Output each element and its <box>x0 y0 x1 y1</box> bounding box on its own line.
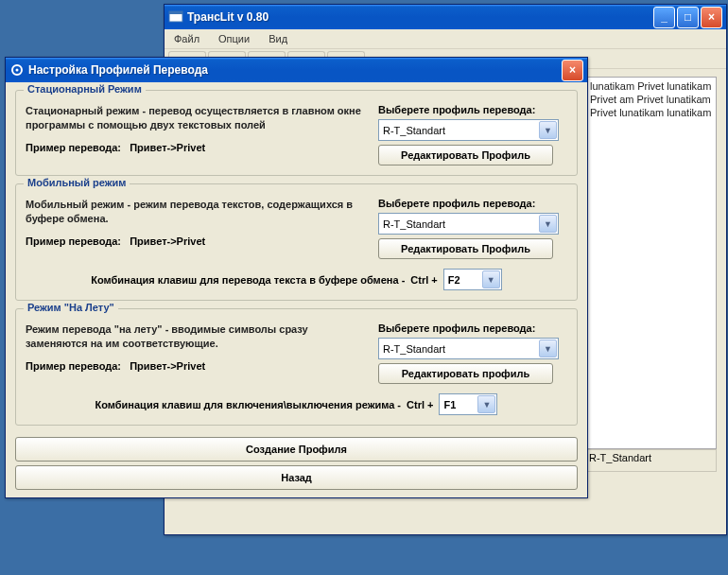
maximize-button[interactable]: □ <box>677 7 699 28</box>
mobile-hotkey-combo[interactable]: F2 ▼ <box>443 269 502 290</box>
create-profile-button[interactable]: Создание Профиля <box>15 437 578 462</box>
back-button[interactable]: Назад <box>15 465 578 490</box>
menu-view[interactable]: Вид <box>265 31 291 46</box>
example-label: Пример перевода: <box>26 360 121 372</box>
svg-rect-1 <box>169 11 182 14</box>
stationary-desc: Стационарный режим - перевод осуществляе… <box>26 104 361 132</box>
stationary-profile-combo[interactable]: R-T_Standart ▼ <box>378 119 559 141</box>
example-label: Пример перевода: <box>26 142 121 153</box>
menubar: Файл Опции Вид <box>165 29 726 49</box>
mobile-profile-combo[interactable]: R-T_Standart ▼ <box>378 213 559 235</box>
group-onthefly: Режим "На Лету" Режим перевода "на лету"… <box>15 308 578 426</box>
hotkey-prefix: Ctrl + <box>410 274 437 286</box>
dialog-title: Настройка Профилей Перевода <box>28 63 562 77</box>
onthefly-example: Пример перевода: Привет->Privet <box>26 360 361 372</box>
onthefly-edit-button[interactable]: Редактировать профиль <box>378 363 553 384</box>
group-mobile: Мобильный режим Мобильный режим - режим … <box>15 183 578 301</box>
combo-value: R-T_Standart <box>383 343 445 355</box>
hotkey-label: Комбинация клавиш для включения\выключен… <box>95 399 402 410</box>
menu-file[interactable]: Файл <box>170 31 203 46</box>
onthefly-profile-combo[interactable]: R-T_Standart ▼ <box>378 338 559 359</box>
main-title: ТрансLit v 0.80 <box>187 10 653 24</box>
menu-options[interactable]: Опции <box>215 31 253 46</box>
onthefly-hotkey-combo[interactable]: F1 ▼ <box>439 393 497 415</box>
hotkey-prefix: Ctrl + <box>407 399 433 410</box>
onthefly-select-label: Выберете профиль перевода: <box>378 322 567 334</box>
stationary-select-label: Выберете профиль перевода: <box>378 104 567 115</box>
dialog-close-button[interactable]: × <box>562 60 583 81</box>
svg-point-3 <box>16 69 19 72</box>
status-profile: R-T_Standart <box>584 449 717 472</box>
chevron-down-icon: ▼ <box>482 270 500 288</box>
output-textarea[interactable]: lunatikam Privet lunatikam Privet am Pri… <box>586 77 717 449</box>
mobile-desc: Мобильный режим - режим перевода текстов… <box>26 198 361 226</box>
chevron-down-icon: ▼ <box>539 215 557 233</box>
settings-dialog: Настройка Профилей Перевода × Стационарн… <box>5 57 588 498</box>
combo-value: F2 <box>448 274 460 286</box>
combo-value: F1 <box>443 399 456 410</box>
example-value: Привет->Privet <box>130 142 205 153</box>
close-button[interactable]: × <box>701 7 722 28</box>
app-icon <box>168 9 183 25</box>
example-value: Привет->Privet <box>130 235 205 247</box>
chevron-down-icon: ▼ <box>477 395 495 413</box>
hotkey-label: Комбинация клавиш для перевода текста в … <box>91 274 405 286</box>
minimize-button[interactable]: _ <box>653 7 675 28</box>
mobile-edit-button[interactable]: Редактировать Профиль <box>378 238 553 259</box>
main-titlebar: ТрансLit v 0.80 _ □ × <box>165 5 726 29</box>
gear-icon <box>9 62 25 78</box>
mobile-hotkey-row: Комбинация клавиш для перевода текста в … <box>26 269 567 290</box>
combo-value: R-T_Standart <box>383 218 445 230</box>
dialog-titlebar: Настройка Профилей Перевода × <box>6 58 587 82</box>
combo-value: R-T_Standart <box>383 125 445 136</box>
mobile-example: Пример перевода: Привет->Privet <box>26 235 361 247</box>
onthefly-desc: Режим перевода "на лету" - вводимые симв… <box>26 322 361 351</box>
chevron-down-icon: ▼ <box>539 340 557 357</box>
chevron-down-icon: ▼ <box>539 121 557 139</box>
group-stationary: Стационарный Режим Стационарный режим - … <box>15 90 578 176</box>
example-label: Пример перевода: <box>26 235 121 247</box>
example-value: Привет->Privet <box>130 360 205 372</box>
stationary-example: Пример перевода: Привет->Privet <box>26 142 361 153</box>
group-heading-stationary: Стационарный Режим <box>24 83 146 95</box>
stationary-edit-button[interactable]: Редактировать Профиль <box>378 145 553 166</box>
group-heading-onthefly: Режим "На Лету" <box>24 302 118 313</box>
group-heading-mobile: Мобильный режим <box>24 177 130 188</box>
mobile-select-label: Выберете профиль перевода: <box>378 198 567 209</box>
onthefly-hotkey-row: Комбинация клавиш для включения\выключен… <box>26 393 567 415</box>
